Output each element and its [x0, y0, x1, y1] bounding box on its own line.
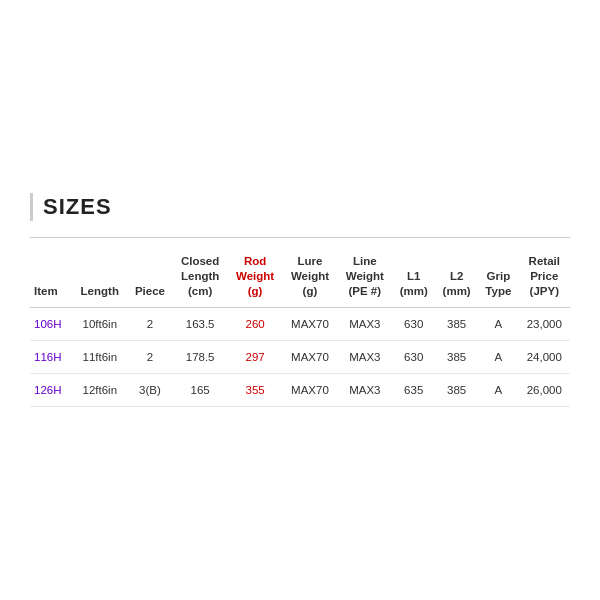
header-l1: L1(mm) — [392, 250, 435, 307]
header-l2: L2(mm) — [435, 250, 478, 307]
header-item: Item — [30, 250, 72, 307]
cell-retail_price: 24,000 — [519, 340, 570, 373]
header-piece: Piece — [127, 250, 172, 307]
cell-closed_length: 178.5 — [173, 340, 228, 373]
cell-retail_price: 23,000 — [519, 307, 570, 340]
cell-l2: 385 — [435, 340, 478, 373]
cell-item: 106H — [30, 307, 72, 340]
header-line-weight: LineWeight(PE #) — [337, 250, 392, 307]
cell-piece: 2 — [127, 340, 172, 373]
cell-l1: 630 — [392, 340, 435, 373]
cell-length: 10ft6in — [72, 307, 127, 340]
cell-grip_type: A — [478, 340, 518, 373]
cell-lure_weight: MAX70 — [283, 373, 338, 406]
header-closed-length: ClosedLength(cm) — [173, 250, 228, 307]
cell-l2: 385 — [435, 373, 478, 406]
header-grip-type: GripType — [478, 250, 518, 307]
cell-grip_type: A — [478, 307, 518, 340]
table-header-row: Item Length Piece ClosedLength(cm) RodWe… — [30, 250, 570, 307]
page-container: SIZES Item Length Piece ClosedLength(cm)… — [0, 0, 600, 600]
section-title-wrapper: SIZES — [30, 193, 570, 221]
cell-grip_type: A — [478, 373, 518, 406]
section-title: SIZES — [43, 194, 112, 220]
table-row: 116H11ft6in2178.5297MAX70MAX3630385A24,0… — [30, 340, 570, 373]
cell-rod_weight: 355 — [228, 373, 283, 406]
cell-piece: 3(B) — [127, 373, 172, 406]
title-bar-decoration — [30, 193, 33, 221]
cell-length: 12ft6in — [72, 373, 127, 406]
table-row: 126H12ft6in3(B)165355MAX70MAX3635385A26,… — [30, 373, 570, 406]
cell-l1: 630 — [392, 307, 435, 340]
cell-closed_length: 163.5 — [173, 307, 228, 340]
cell-length: 11ft6in — [72, 340, 127, 373]
header-length: Length — [72, 250, 127, 307]
cell-rod_weight: 297 — [228, 340, 283, 373]
section-divider — [30, 237, 570, 238]
cell-line_weight: MAX3 — [337, 307, 392, 340]
table-body: 106H10ft6in2163.5260MAX70MAX3630385A23,0… — [30, 307, 570, 406]
sizes-table: Item Length Piece ClosedLength(cm) RodWe… — [30, 250, 570, 407]
header-retail-price: RetailPrice(JPY) — [519, 250, 570, 307]
cell-rod_weight: 260 — [228, 307, 283, 340]
cell-lure_weight: MAX70 — [283, 307, 338, 340]
cell-line_weight: MAX3 — [337, 340, 392, 373]
cell-retail_price: 26,000 — [519, 373, 570, 406]
cell-closed_length: 165 — [173, 373, 228, 406]
table-row: 106H10ft6in2163.5260MAX70MAX3630385A23,0… — [30, 307, 570, 340]
header-lure-weight: LureWeight(g) — [283, 250, 338, 307]
cell-item: 116H — [30, 340, 72, 373]
cell-line_weight: MAX3 — [337, 373, 392, 406]
cell-piece: 2 — [127, 307, 172, 340]
cell-l2: 385 — [435, 307, 478, 340]
cell-item: 126H — [30, 373, 72, 406]
cell-lure_weight: MAX70 — [283, 340, 338, 373]
cell-l1: 635 — [392, 373, 435, 406]
header-rod-weight: RodWeight(g) — [228, 250, 283, 307]
